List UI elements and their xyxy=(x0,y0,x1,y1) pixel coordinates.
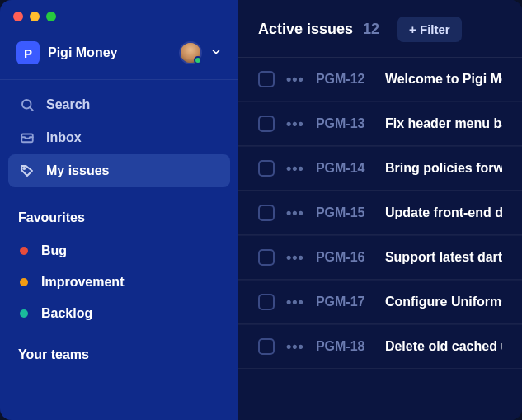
svg-point-3 xyxy=(23,168,25,169)
issue-title: Bring policies forward xyxy=(385,161,502,176)
issue-title: Delete old cached users xyxy=(385,339,502,354)
close-window-button[interactable] xyxy=(13,12,23,21)
favourite-improvement[interactable]: Improvement xyxy=(0,267,238,298)
issue-title: Welcome to Pigi Money xyxy=(385,72,502,87)
nav-label: Search xyxy=(46,97,90,112)
issues-list: •••PGM-12Welcome to Pigi Money•••PGM-13F… xyxy=(238,57,522,369)
chevron-down-icon xyxy=(210,45,222,62)
issue-checkbox[interactable] xyxy=(258,205,275,221)
issue-checkbox[interactable] xyxy=(258,338,275,355)
more-icon[interactable]: ••• xyxy=(286,339,304,354)
issue-id: PGM-12 xyxy=(316,72,374,87)
issue-id: PGM-17 xyxy=(316,295,374,309)
issue-id: PGM-13 xyxy=(316,116,374,131)
issues-header: Active issues 12 + Filter xyxy=(238,0,522,57)
more-icon[interactable]: ••• xyxy=(286,161,304,176)
nav-label: Inbox xyxy=(46,130,82,145)
issue-row[interactable]: •••PGM-18Delete old cached users xyxy=(238,324,522,369)
issue-id: PGM-18 xyxy=(316,339,374,354)
issue-checkbox[interactable] xyxy=(258,160,275,177)
section-title-favourites: Favourites xyxy=(0,192,238,235)
nav-search[interactable]: Search xyxy=(8,88,230,121)
filter-button[interactable]: + Filter xyxy=(397,17,462,42)
more-icon[interactable]: ••• xyxy=(286,205,304,220)
more-icon[interactable]: ••• xyxy=(286,295,304,309)
issue-title: Support latest dart sass release xyxy=(385,250,502,265)
issue-checkbox[interactable] xyxy=(258,71,275,87)
workspace-name: Pigi Money xyxy=(48,45,171,60)
dot-icon xyxy=(20,247,28,255)
more-icon[interactable]: ••• xyxy=(286,250,304,265)
issue-row[interactable]: •••PGM-17Configure UniformCSS variables xyxy=(238,280,522,324)
dot-icon xyxy=(20,278,28,286)
page-title: Active issues xyxy=(258,21,353,38)
teams-section: Your teams xyxy=(0,329,238,372)
main-panel: Active issues 12 + Filter •••PGM-12Welco… xyxy=(238,0,522,420)
issue-title: Update front-end dependencies xyxy=(385,205,502,220)
issue-row[interactable]: •••PGM-16Support latest dart sass releas… xyxy=(238,235,522,280)
nav-inbox[interactable]: Inbox xyxy=(8,121,230,154)
section-title-teams: Your teams xyxy=(0,329,238,372)
favourite-label: Bug xyxy=(41,243,67,258)
sidebar: P Pigi Money Search Inbox xyxy=(0,0,238,420)
more-icon[interactable]: ••• xyxy=(286,72,304,87)
issue-checkbox[interactable] xyxy=(258,116,275,132)
tag-icon xyxy=(20,163,35,178)
issue-checkbox[interactable] xyxy=(258,294,275,310)
favourite-label: Improvement xyxy=(41,275,124,290)
issue-row[interactable]: •••PGM-14Bring policies forward xyxy=(238,146,522,191)
issue-row[interactable]: •••PGM-12Welcome to Pigi Money xyxy=(238,57,522,101)
avatar[interactable] xyxy=(179,41,202,64)
favourite-label: Backlog xyxy=(41,306,92,321)
issue-count: 12 xyxy=(363,21,379,38)
workspace-badge: P xyxy=(16,41,40,64)
favourite-backlog[interactable]: Backlog xyxy=(0,298,238,329)
presence-indicator xyxy=(194,56,202,64)
app-window: P Pigi Money Search Inbox xyxy=(0,0,522,420)
minimize-window-button[interactable] xyxy=(30,12,40,21)
issue-row[interactable]: •••PGM-15Update front-end dependencies xyxy=(238,191,522,235)
favourite-bug[interactable]: Bug xyxy=(0,235,238,267)
svg-line-1 xyxy=(30,107,32,110)
issue-id: PGM-14 xyxy=(316,161,374,176)
nav-my-issues[interactable]: My issues xyxy=(8,154,230,187)
issue-row[interactable]: •••PGM-13Fix header menu bar alignment xyxy=(238,101,522,146)
issue-id: PGM-15 xyxy=(316,205,374,220)
window-controls xyxy=(0,0,238,30)
nav-primary: Search Inbox My issues xyxy=(0,80,238,192)
nav-label: My issues xyxy=(46,163,109,178)
search-icon xyxy=(20,97,35,112)
favourites-section: Favourites Bug Improvement Backlog xyxy=(0,192,238,329)
inbox-icon xyxy=(20,130,35,145)
issue-id: PGM-16 xyxy=(316,250,374,265)
maximize-window-button[interactable] xyxy=(46,12,56,21)
more-icon[interactable]: ••• xyxy=(286,116,304,131)
issue-checkbox[interactable] xyxy=(258,249,275,266)
issue-title: Fix header menu bar alignment xyxy=(385,116,502,131)
workspace-switcher[interactable]: P Pigi Money xyxy=(0,30,238,80)
dot-icon xyxy=(20,309,28,318)
issue-title: Configure UniformCSS variables xyxy=(385,295,502,309)
